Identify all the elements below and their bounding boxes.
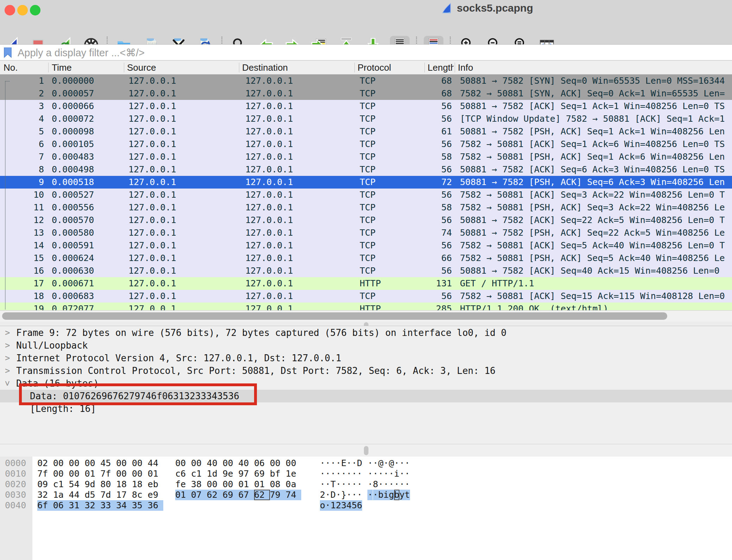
expand-icon[interactable]: > (5, 339, 10, 352)
hex-byte[interactable]: c1 (53, 479, 69, 490)
packet-row-17[interactable]: 170.000671127.0.0.1127.0.0.1HTTP131GET /… (0, 277, 732, 290)
column-header-no[interactable]: No. (4, 61, 46, 75)
column-divider[interactable] (424, 63, 425, 72)
hex-byte[interactable]: 6f (37, 500, 53, 511)
packet-row-6[interactable]: 60.000105127.0.0.1127.0.0.1TCP567582 → 5… (0, 138, 732, 151)
packet-row-10[interactable]: 100.000527127.0.0.1127.0.0.1TCP567582 → … (0, 189, 732, 201)
ascii-char[interactable]: · (330, 458, 336, 469)
ascii-char[interactable]: · (320, 479, 325, 490)
ascii-char[interactable]: T (330, 479, 336, 490)
packet-row-3[interactable]: 30.000066127.0.0.1127.0.0.1TCP5650881 → … (0, 100, 732, 113)
ascii-char[interactable]: i (384, 490, 389, 500)
detail-row[interactable]: >Transmission Control Protocol, Src Port… (0, 364, 732, 377)
packet-row-4[interactable]: 40.000072127.0.0.1127.0.0.1TCP56[TCP Win… (0, 113, 732, 125)
hex-byte[interactable]: 01 (148, 469, 164, 479)
hex-byte[interactable]: fe (175, 479, 191, 490)
hex-byte[interactable]: 00 (207, 479, 223, 490)
ascii-char[interactable]: · (399, 458, 405, 469)
hex-byte[interactable]: 01 (254, 479, 270, 490)
close-window-button[interactable] (5, 5, 15, 15)
hex-byte[interactable]: 0a (286, 479, 302, 490)
detail-row[interactable]: >Frame 9: 72 bytes on wire (576 bits), 7… (0, 326, 732, 339)
ascii-char[interactable]: · (352, 469, 357, 479)
hex-byte[interactable]: 00 (222, 479, 238, 490)
packet-row-13[interactable]: 130.000580127.0.0.1127.0.0.1TCP7450881 →… (0, 227, 732, 239)
ascii-char[interactable]: 5 (352, 500, 357, 511)
hex-byte[interactable]: c6 (175, 469, 191, 479)
ascii-char[interactable]: b (394, 490, 399, 500)
hex-byte[interactable]: e9 (148, 490, 164, 500)
packet-row-19[interactable]: 190.072077127.0.0.1127.0.0.1HTTP285HTTP/… (0, 303, 732, 310)
column-divider[interactable] (455, 63, 455, 72)
hex-byte[interactable]: 79 (270, 490, 286, 500)
hex-byte[interactable]: 00 (222, 458, 238, 469)
column-header-protocol[interactable]: Protocol (358, 61, 421, 75)
ascii-char[interactable]: · (405, 469, 410, 479)
hex-byte[interactable]: 00 (116, 469, 132, 479)
ascii-char[interactable]: · (378, 479, 384, 490)
ascii-char[interactable]: @ (389, 458, 394, 469)
packet-row-8[interactable]: 80.000498127.0.0.1127.0.0.1TCP5650881 → … (0, 163, 732, 176)
ascii-char[interactable]: · (320, 458, 325, 469)
ascii-char[interactable]: 2 (336, 500, 341, 511)
ascii-char[interactable]: · (357, 469, 362, 479)
hex-byte[interactable]: 00 (191, 458, 207, 469)
packet-row-12[interactable]: 120.000570127.0.0.1127.0.0.1TCP5650881 →… (0, 214, 732, 227)
splitter-handle[interactable] (364, 446, 368, 455)
ascii-char[interactable]: · (394, 458, 399, 469)
hex-byte[interactable]: 00 (132, 458, 148, 469)
hex-byte[interactable]: 38 (191, 479, 207, 490)
hex-byte[interactable]: 35 (132, 500, 148, 511)
ascii-char[interactable]: · (384, 469, 389, 479)
ascii-char[interactable]: · (325, 479, 330, 490)
hex-byte[interactable]: 32 (84, 500, 100, 511)
ascii-char[interactable]: · (330, 469, 336, 479)
hex-byte[interactable]: 36 (148, 500, 164, 511)
hex-row-0000[interactable]: 000002000000450000440000400040060000····… (0, 458, 732, 469)
hex-byte[interactable]: 34 (116, 500, 132, 511)
hex-byte[interactable]: 00 (116, 458, 132, 469)
ascii-char[interactable]: 2 (320, 490, 325, 500)
hex-byte[interactable]: 00 (286, 458, 302, 469)
detail-row[interactable]: >Internet Protocol Version 4, Src: 127.0… (0, 352, 732, 364)
hex-byte[interactable]: 62 (254, 490, 270, 500)
ascii-char[interactable]: · (394, 479, 399, 490)
ascii-char[interactable]: 8 (373, 479, 378, 490)
ascii-char[interactable]: · (346, 458, 352, 469)
hex-row-0020[interactable]: 002009c1549d801818ebfe3800000101080a··T·… (0, 479, 732, 490)
pane-splitter[interactable] (0, 444, 732, 457)
hex-byte[interactable]: 31 (69, 500, 85, 511)
ascii-char[interactable]: · (325, 458, 330, 469)
ascii-char[interactable]: · (346, 479, 352, 490)
ascii-char[interactable]: b (378, 490, 384, 500)
ascii-char[interactable]: E (341, 458, 346, 469)
ascii-char[interactable]: · (352, 458, 357, 469)
ascii-char[interactable]: 1 (330, 500, 336, 511)
ascii-char[interactable]: · (325, 469, 330, 479)
hex-byte[interactable]: 67 (238, 490, 254, 500)
hex-byte[interactable]: 7f (100, 469, 116, 479)
ascii-char[interactable]: · (325, 490, 330, 500)
column-header-source[interactable]: Source (127, 61, 236, 75)
ascii-char[interactable]: D (330, 490, 336, 500)
hex-byte[interactable]: 33 (100, 500, 116, 511)
hex-row-0010[interactable]: 00107f0000017f000001c6c11d9e9769bf1e····… (0, 469, 732, 479)
hex-byte[interactable]: 97 (238, 469, 254, 479)
hex-byte[interactable]: c1 (191, 469, 207, 479)
hex-byte[interactable]: 00 (69, 469, 85, 479)
ascii-char[interactable]: · (373, 469, 378, 479)
ascii-char[interactable]: 6 (357, 500, 362, 511)
ascii-char[interactable]: · (367, 458, 373, 469)
hex-byte[interactable]: 40 (238, 458, 254, 469)
hex-byte[interactable]: 44 (69, 490, 85, 500)
hex-byte[interactable]: 06 (53, 500, 69, 511)
hex-byte[interactable]: 54 (69, 479, 85, 490)
ascii-char[interactable]: · (320, 469, 325, 479)
hex-byte[interactable]: 00 (69, 458, 85, 469)
hex-byte[interactable]: 7f (37, 469, 53, 479)
ascii-char[interactable]: · (367, 469, 373, 479)
hex-byte[interactable]: 40 (207, 458, 223, 469)
hex-byte[interactable]: eb (148, 479, 164, 490)
ascii-char[interactable]: g (389, 490, 394, 500)
ascii-char[interactable]: · (325, 500, 330, 511)
